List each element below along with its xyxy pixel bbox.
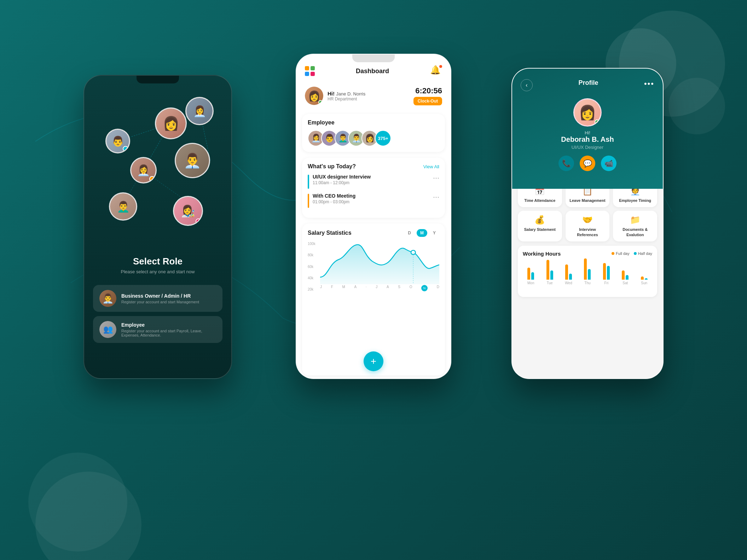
phone-notch-left (137, 76, 179, 83)
bar-full-Wed (565, 264, 568, 280)
event-menu-1[interactable]: ⋯ (433, 174, 439, 182)
menu-item-interview-references[interactable]: 🤝 Interview References (566, 211, 610, 241)
user-row: 👩 Hi! Jane D. Norris HR Department 6:20:… (296, 83, 451, 111)
time-attendance-label: Time Attendance (524, 198, 555, 203)
profile-role: UI/UX Designer (561, 145, 614, 150)
chart-tab-d[interactable]: D (404, 229, 415, 237)
profile-name-section: Hi! Deborah B. Ash UI/UX Designer (561, 130, 614, 150)
right-phone-inner: ‹ Profile ••• 👩 Hi! Deborah B. Ash UI/UX… (512, 69, 663, 378)
y-label-80k: 80k (308, 253, 315, 257)
working-hours-title: Working Hours (523, 251, 561, 257)
bar-half-Sat (626, 275, 629, 280)
event-menu-2[interactable]: ⋯ (433, 193, 439, 201)
x-m: M (342, 285, 345, 291)
bar-group-Sat: Sat (617, 257, 633, 285)
x-a: A (354, 285, 357, 291)
back-button[interactable]: ‹ (521, 79, 533, 91)
bar-group-Tue: Tue (542, 257, 557, 285)
fab-add-button[interactable]: + (364, 351, 383, 371)
fullday-legend: Full day (612, 251, 630, 256)
bar-pair-Wed (565, 257, 572, 280)
user-online-dot (318, 100, 323, 104)
profile-header: ‹ Profile ••• 👩 Hi! Deborah B. Ash UI/UX… (512, 69, 663, 189)
chart-svg-wrap (320, 242, 439, 284)
chart-x-labels: J F M A · J A S O N D (320, 285, 439, 291)
role-avatar-admin: 👨‍💼 (99, 290, 116, 307)
role-card-employee[interactable]: 👥 Employee Register your account and sta… (93, 316, 222, 343)
employee-section: Employee 👩‍💼 👨 👨‍🦱 👨‍💼 👩 375+ (302, 114, 445, 152)
bar-pair-Fri (603, 257, 610, 280)
employee-timing-icon: 🧑‍💼 (630, 189, 641, 196)
event-info-1: UI/UX designer Interview 11:00am - 12:00… (313, 174, 429, 185)
call-button[interactable]: 📞 (558, 156, 574, 171)
bar-pair-Sun (641, 257, 648, 280)
bar-day-label-Tue: Tue (547, 281, 553, 285)
x-s: S (398, 285, 400, 291)
video-button[interactable]: 📹 (601, 156, 616, 171)
user-greeting: Hi! Jane D. Norris (328, 91, 365, 97)
menu-item-leave-management[interactable]: 📋 Leave Management (566, 189, 610, 207)
bar-chart: MonTueWedThuFriSatSun (523, 260, 652, 292)
halfday-legend: Half day (634, 251, 652, 256)
interview-references-label: Interview References (568, 227, 607, 237)
profile-name: Deborah B. Ash (561, 135, 614, 144)
bar-day-label-Wed: Wed (565, 281, 572, 285)
avatar-node-3: 👨 (105, 129, 130, 153)
notification-icon[interactable]: 🔔 (430, 65, 442, 77)
user-info-left: 👩 Hi! Jane D. Norris HR Department (305, 87, 365, 105)
bar-full-Sat (622, 270, 625, 280)
hi-label: Hi! (585, 130, 590, 135)
select-role-section: Select Role Please select any one and st… (110, 256, 205, 274)
role-desc-employee: Register your account and start Payroll,… (121, 329, 216, 337)
chart-tab-y[interactable]: Y (429, 229, 439, 237)
select-role-title: Select Role (121, 256, 195, 267)
salary-svg (320, 242, 439, 284)
role-name-employee: Employee (121, 322, 216, 328)
event-item-2: With CEO Meeting 01:00pm - 03:00pm ⋯ (308, 193, 439, 208)
folder-icon: 📁 (630, 215, 641, 225)
bar-day-label-Fri: Fri (604, 281, 609, 285)
clock-out-button[interactable]: Clock-Out (413, 97, 442, 105)
profile-top-row: ‹ Profile ••• (521, 79, 654, 91)
network-area: 👩 👩‍💼 👨 👩‍💼 👨‍💼 👨‍🦱 (84, 86, 231, 249)
employee-more-count[interactable]: 375+ (375, 130, 391, 146)
salary-statement-label: Salary Statement (524, 227, 556, 232)
grid-menu-icon[interactable] (305, 66, 315, 76)
time-display: 6:20:56 (413, 86, 442, 95)
event-bar-1 (308, 175, 309, 189)
salary-label: Salary Statistics (308, 230, 352, 236)
x-j2: J (376, 285, 377, 291)
x-o: O (410, 285, 412, 291)
bar-half-Sun (645, 278, 648, 280)
time-block: 6:20:56 Clock-Out (413, 86, 442, 105)
x-dot: · (366, 285, 367, 291)
chart-tabs: D M Y (404, 229, 439, 237)
halfday-label: Half day (638, 251, 652, 256)
bar-full-Fri (603, 263, 606, 280)
dashboard-title: Dashboard (356, 68, 389, 75)
menu-item-time-attendance[interactable]: 📅 Time Attendance (518, 189, 562, 207)
salary-chart: 100k 80k 60k 40k 20k (308, 242, 439, 291)
bar-full-Sun (641, 276, 644, 280)
event-time-2: 01:00pm - 03:00pm (313, 199, 429, 204)
more-button[interactable]: ••• (644, 79, 654, 91)
bar-day-label-Sat: Sat (622, 281, 628, 285)
menu-item-employee-timing[interactable]: 🧑‍💼 Employee Timing (613, 189, 657, 207)
bar-pair-Tue (546, 257, 553, 280)
chart-y-labels: 100k 80k 60k 40k 20k (308, 242, 315, 291)
hi-text: Hi! (328, 91, 336, 97)
chart-tab-m[interactable]: M (417, 229, 427, 237)
menu-item-salary-statement[interactable]: 💰 Salary Statement (518, 211, 562, 241)
leave-management-label: Leave Management (569, 198, 605, 203)
role-card-admin[interactable]: 👨‍💼 Business Owner / Admin / HR Register… (93, 285, 222, 312)
role-options: 👨‍💼 Business Owner / Admin / HR Register… (84, 278, 231, 350)
view-all-link[interactable]: View All (423, 164, 439, 169)
menu-item-documents[interactable]: 📁 Documents & Evalution (613, 211, 657, 241)
avatar-node-4: 👩‍💼 (130, 157, 157, 183)
phones-container: 👩 👩‍💼 👨 👩‍💼 👨‍💼 👨‍🦱 (55, 33, 692, 527)
y-label-40k: 40k (308, 276, 315, 280)
profile-title: Profile (578, 79, 598, 91)
clipboard-icon: 📋 (582, 189, 593, 196)
message-button[interactable]: 💬 (580, 156, 595, 171)
salary-icon: 💰 (534, 215, 545, 225)
